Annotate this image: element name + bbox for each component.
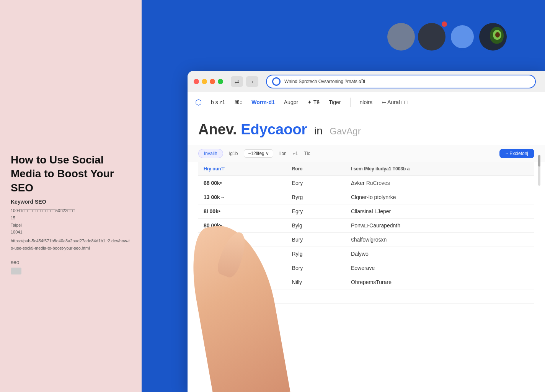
nav-item-augpr[interactable]: Augpr xyxy=(284,99,298,105)
meta-line4: 10041 xyxy=(11,229,131,236)
decorative-circles xyxy=(387,23,507,51)
export-button[interactable]: ≈ Excietonj xyxy=(499,149,534,158)
filter-bar: Invalih lg1b ~12lifeg ∨ lion ⌐1 Tlc ≈ Ex… xyxy=(188,145,545,162)
td-trend-6: Bory xyxy=(287,261,346,275)
traffic-light-yellow[interactable] xyxy=(202,79,207,84)
td-keyword-7: OhrepemsTurare xyxy=(346,275,534,289)
filter-btn-lifeg[interactable]: ~12lifeg ∨ xyxy=(244,149,273,158)
nav-item-worm[interactable]: Worm-d1 xyxy=(251,99,274,105)
td-keyword-3: Ponw□-Caurapednth xyxy=(346,219,534,233)
td-trend-7: Nilly xyxy=(287,275,346,289)
circle-gray xyxy=(387,23,415,51)
browser-window: ⇄ › Wnind Sprotech Ovsarroning ?rnats αἴ… xyxy=(188,71,545,392)
left-panel: How to Use Social Media to Boost Your SE… xyxy=(0,0,142,392)
seo-icon xyxy=(11,268,21,274)
nav-icon-left: ⬡ xyxy=(195,98,202,107)
td-keyword-8 xyxy=(346,289,534,304)
meta-line2: 15 xyxy=(11,214,131,222)
browser-content: Anev. Edycaoor in GavAgr Invalih lg1b ~1… xyxy=(188,112,545,313)
traffic-lights xyxy=(194,79,223,84)
browser-chrome: ⇄ › Wnind Sprotech Ovsarroning ?rnats αἴ… xyxy=(188,71,545,92)
td-volume-4: 82 00k• xyxy=(198,233,287,247)
nav-item-b[interactable]: b s z1 xyxy=(211,99,225,105)
table-row[interactable]: 8I 00k• Egry Cllarsinal LJeper xyxy=(198,204,534,219)
nav-icons: ⇄ › xyxy=(231,76,258,87)
data-table: Hry oun⊤ Roro I sem IMey iludya1 T003b a… xyxy=(198,162,534,304)
table-row[interactable]: S0 00k• Nilly OhrepemsTurare xyxy=(198,275,534,289)
td-trend-4: Bury xyxy=(287,233,346,247)
address-bar[interactable]: Wnind Sprotech Ovsarroning ?rnats αἴtl xyxy=(266,75,536,88)
th-trend[interactable]: Roro xyxy=(287,162,346,176)
th-keyword[interactable]: I sem IMey iludya1 T003b a xyxy=(346,162,534,176)
td-trend-1: Byrg xyxy=(287,190,346,204)
forward-button[interactable]: › xyxy=(246,76,258,87)
nav-item-nloirs[interactable]: nloirs xyxy=(360,99,372,105)
table-row[interactable]: 32 00k• Bory Eowerave xyxy=(198,261,534,275)
td-volume-2: 8I 00k• xyxy=(198,204,287,219)
meta-line3: Taipei xyxy=(11,222,131,229)
table-row[interactable]: 17 00k• Rylg Dalywo xyxy=(198,247,534,261)
td-trend-5: Rylg xyxy=(287,247,346,261)
filter-label-chip5: ⌐1 xyxy=(293,151,298,156)
filter-chip-invalih[interactable]: Invalih xyxy=(198,149,223,158)
table-row[interactable]: 13 00k→ Byrg Clqner-lo ptolynrke xyxy=(198,190,534,204)
table-row[interactable]: 82 00k• Bury €halfowigrosxn xyxy=(198,233,534,247)
td-trend-3: Bylg xyxy=(287,219,346,233)
td-trend-8 xyxy=(287,289,346,304)
filter-label-chip6: Tlc xyxy=(304,151,310,156)
td-volume-5: 17 00k• xyxy=(198,247,287,261)
scrollbar[interactable] xyxy=(538,155,540,186)
td-trend-2: Egry xyxy=(287,204,346,219)
table-row[interactable]: 8F 00k• xyxy=(198,289,534,304)
scrollbar-thumb[interactable] xyxy=(538,155,540,167)
seo-label: seo xyxy=(11,259,131,265)
nav-item-symbol[interactable]: ⌘↕ xyxy=(234,99,242,105)
meta-info: 10041□□□□□□□□□□□□□50□22□□□ 15 Taipei 100… xyxy=(11,207,131,252)
page-title: Anev. Edycaoor in GavAgr xyxy=(198,121,534,138)
th-volume[interactable]: Hry oun⊤ xyxy=(198,162,287,176)
td-volume-1: 13 00k→ xyxy=(198,190,287,204)
traffic-light-green[interactable] xyxy=(218,79,223,84)
divider xyxy=(350,98,351,107)
address-text: Wnind Sprotech Ovsarroning ?rnats αἴtl xyxy=(284,79,365,84)
circle-blue-outline xyxy=(449,23,476,51)
table-row[interactable]: 68 00k• Eory Δvker RuCroves xyxy=(198,176,534,190)
td-volume-0: 68 00k• xyxy=(198,176,287,190)
filter-label-lg: lg1b xyxy=(229,151,238,156)
td-trend-0: Eory xyxy=(287,176,346,190)
td-volume-7: S0 00k• xyxy=(198,275,287,289)
td-keyword-1: Clqner-lo ptolynrke xyxy=(346,190,534,204)
page-title-part3: in xyxy=(314,125,323,137)
page-title-part1: Anev. xyxy=(198,121,237,137)
traffic-light-orange[interactable] xyxy=(210,79,215,84)
page-title-part2: Edycaoor xyxy=(241,121,307,137)
td-keyword-4: €halfowigrosxn xyxy=(346,233,534,247)
td-keyword-6: Eowerave xyxy=(346,261,534,275)
dot-red xyxy=(442,21,447,27)
circle-dark xyxy=(418,23,445,51)
nav-item-aural[interactable]: ⊢ Aural □□ xyxy=(382,99,408,105)
nav-item-te[interactable]: ✦ Tē xyxy=(307,99,320,105)
right-panel: ⇄ › Wnind Sprotech Ovsarroning ?rnats αἴ… xyxy=(142,0,545,392)
page-title-part4: GavAgr xyxy=(330,126,361,136)
td-keyword-2: Cllarsinal LJeper xyxy=(346,204,534,219)
article-title: How to Use Social Media to Boost Your SE… xyxy=(11,153,131,195)
filter-label-lion: lion xyxy=(279,151,287,156)
search-circle-icon xyxy=(272,77,281,86)
td-keyword-5: Dalywo xyxy=(346,247,534,261)
td-volume-3: 80 00k• xyxy=(198,219,287,233)
keyword-label: Keyword SEO xyxy=(11,199,131,205)
back-button[interactable]: ⇄ xyxy=(231,76,243,87)
td-volume-8: 8F 00k• xyxy=(198,289,287,304)
td-keyword-0: Δvker RuCroves xyxy=(346,176,534,190)
meta-line1: 10041□□□□□□□□□□□□□50□22□□□ xyxy=(11,207,131,214)
nav-item-tiger[interactable]: Tiger xyxy=(329,99,341,105)
browser-nav: ⬡ b s z1 ⌘↕ Worm-d1 Augpr ✦ Tē Tiger nlo… xyxy=(188,92,545,112)
table-header-row: Hry oun⊤ Roro I sem IMey iludya1 T003b a xyxy=(198,162,534,176)
table-row[interactable]: 80 00k• Bylg Ponw□-Caurapednth xyxy=(198,219,534,233)
traffic-light-red[interactable] xyxy=(194,79,199,84)
meta-url: https://pub-5c454f571b8e40a3a2aad27ade84… xyxy=(11,237,131,252)
td-volume-6: 32 00k• xyxy=(198,261,287,275)
